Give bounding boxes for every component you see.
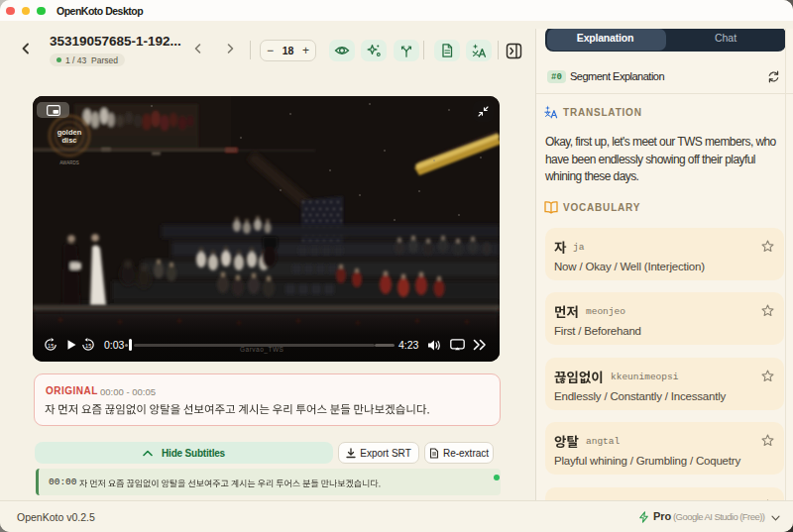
svg-text:15: 15 xyxy=(85,343,91,349)
svg-text:15: 15 xyxy=(48,343,54,349)
svg-text:AWARDS: AWARDS xyxy=(59,160,78,165)
svg-text:disc: disc xyxy=(61,136,76,145)
